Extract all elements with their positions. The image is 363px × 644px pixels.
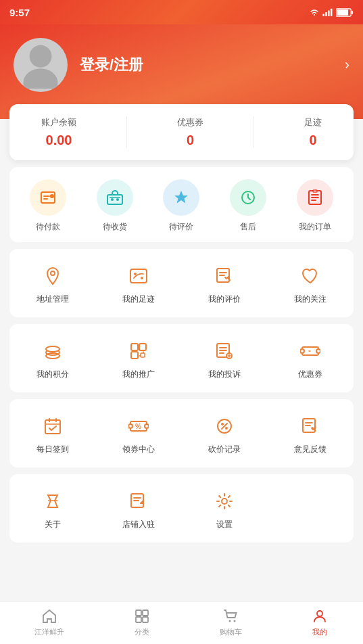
grid-item-dailycheckin[interactable]: 每日签到	[9, 403, 95, 463]
grid-item-footprint[interactable]: 我的足迹	[95, 253, 181, 313]
svg-point-13	[116, 198, 119, 201]
grid-row-3: 每日签到 % 领券中心 砍价记录 意见反馈	[9, 403, 354, 463]
grid-item-settings[interactable]: 设置	[182, 478, 268, 538]
myfavorite-label: 我的关注	[294, 294, 326, 305]
svg-rect-19	[130, 269, 147, 283]
svg-rect-6	[352, 10, 353, 14]
complaint-label: 我的投诉	[208, 369, 241, 380]
nav-item-cart[interactable]: 购物车	[220, 607, 242, 637]
svg-point-51	[233, 620, 235, 622]
nav-home-label: 江洋鲜升	[34, 627, 64, 637]
time-display: 9:57	[9, 7, 30, 18]
grid-section-3: 每日签到 % 领券中心 砍价记录 意见反馈	[9, 399, 354, 467]
grid-row-2: 我的积分 我的推广 我的投诉 优惠券	[9, 328, 354, 388]
svg-point-38	[145, 424, 149, 428]
login-register-text[interactable]: 登录/注册	[80, 55, 333, 75]
grid-item-myfavorite[interactable]: 我的关注	[268, 253, 354, 313]
orders-section: 待付款 待收货 待评价 售后 我的订单	[9, 167, 354, 242]
svg-point-52	[317, 611, 322, 616]
svg-point-12	[111, 198, 114, 201]
avatar[interactable]	[14, 38, 68, 92]
battery-icon	[336, 8, 354, 17]
nav-cart-label: 购物车	[220, 627, 242, 637]
svg-rect-47	[143, 610, 148, 616]
order-pending-pay[interactable]: 待付款	[30, 179, 66, 233]
home-icon	[41, 607, 58, 625]
grid-item-about[interactable]: 关于	[9, 478, 95, 538]
svg-rect-49	[143, 617, 148, 622]
about-icon	[41, 489, 65, 513]
address-icon	[41, 264, 65, 288]
grid-item-shopapply[interactable]: 店铺入驻	[95, 478, 181, 538]
nav-item-mine[interactable]: 我的	[311, 607, 329, 637]
grid-item-myreview[interactable]: 我的评价	[182, 253, 268, 313]
dailycheckin-label: 每日签到	[37, 444, 69, 455]
svg-rect-2	[328, 10, 330, 16]
stat-coupon-value: 0	[187, 133, 194, 148]
bargain-label: 砍价记录	[208, 444, 241, 455]
grid-section-1: 地址管理 我的足迹 我的评价 我的关注	[9, 249, 354, 317]
svg-rect-11	[107, 195, 122, 204]
grid-row-1: 地址管理 我的足迹 我的评价 我的关注	[9, 253, 354, 313]
category-icon	[133, 607, 151, 625]
svg-point-33	[300, 349, 304, 353]
aftersale-label: 售后	[240, 221, 256, 233]
signal-icon	[322, 8, 333, 16]
shopapply-label: 店铺入驻	[122, 519, 155, 530]
grid-item-getcoupon[interactable]: % 领券中心	[95, 403, 181, 463]
nav-mine-label: 我的	[312, 627, 327, 637]
complaint-icon	[212, 339, 237, 363]
svg-point-18	[51, 271, 55, 275]
grid-item-coupon[interactable]: 优惠券	[268, 328, 354, 388]
shopapply-icon	[126, 489, 151, 513]
grid-item-promote[interactable]: 我的推广	[95, 328, 181, 388]
svg-rect-3	[331, 9, 333, 16]
pending-review-label: 待评价	[169, 221, 193, 233]
svg-point-45	[222, 499, 227, 504]
grid-item-feedback[interactable]: 意见反馈	[268, 403, 354, 463]
svg-point-7	[30, 45, 52, 68]
order-aftersale[interactable]: 售后	[230, 179, 266, 233]
header-arrow-icon[interactable]: ›	[345, 56, 349, 74]
svg-point-50	[228, 620, 231, 622]
dailycheckin-icon	[41, 414, 65, 438]
stat-coupon[interactable]: 优惠券 0	[177, 116, 203, 148]
grid-item-bargain[interactable]: 砍价记录	[182, 403, 268, 463]
points-label: 我的积分	[37, 369, 69, 380]
stat-footprint-label: 足迹	[304, 116, 322, 129]
wifi-icon	[309, 8, 320, 16]
my-orders-icon	[297, 179, 333, 216]
order-my-orders[interactable]: 我的订单	[297, 179, 333, 233]
nav-item-home[interactable]: 江洋鲜升	[34, 607, 64, 637]
status-bar: 9:57	[0, 0, 363, 24]
svg-point-8	[24, 68, 58, 89]
svg-rect-26	[131, 344, 138, 350]
mine-icon	[311, 607, 329, 625]
pending-receive-label: 待收货	[103, 221, 127, 233]
order-pending-review[interactable]: 待评价	[163, 179, 199, 233]
grid-item-address[interactable]: 地址管理	[9, 253, 95, 313]
svg-rect-29	[141, 353, 145, 357]
myreview-label: 我的评价	[208, 294, 241, 305]
grid-section-4: 关于 店铺入驻 设置	[9, 474, 354, 543]
coupon-icon	[298, 339, 322, 363]
stat-footprint[interactable]: 足迹 0	[304, 116, 322, 148]
grid-item-complaint[interactable]: 我的投诉	[182, 328, 268, 388]
svg-text:%: %	[135, 423, 141, 430]
pending-receive-icon	[97, 179, 133, 216]
footprint-label: 我的足迹	[122, 294, 155, 305]
stat-balance[interactable]: 账户余额 0.00	[41, 116, 76, 148]
order-pending-receive[interactable]: 待收货	[97, 179, 133, 233]
svg-rect-0	[322, 14, 324, 16]
nav-item-category[interactable]: 分类	[133, 607, 151, 637]
feedback-icon	[298, 414, 322, 438]
pending-pay-label: 待付款	[36, 221, 60, 233]
address-label: 地址管理	[37, 294, 69, 305]
nav-category-label: 分类	[135, 627, 149, 637]
grid-item-points[interactable]: 我的积分	[9, 328, 95, 388]
svg-point-42	[225, 427, 228, 430]
status-icons	[309, 8, 354, 17]
bargain-icon	[212, 414, 237, 438]
svg-marker-14	[174, 191, 188, 204]
pending-pay-icon	[30, 179, 66, 216]
